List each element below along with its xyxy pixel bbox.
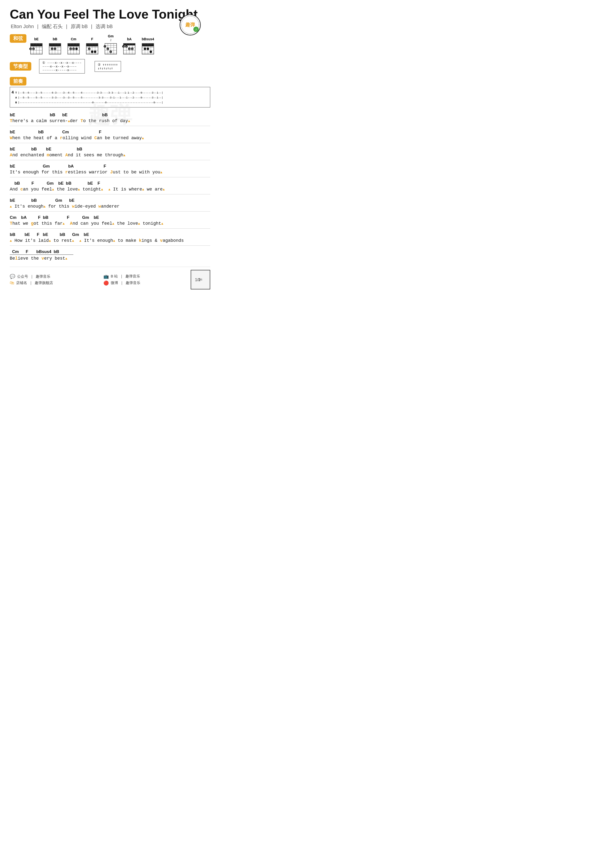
chord-line-5: bB F Gm bE bB bE F (10, 181, 210, 186)
svg-text:2: 2 (51, 48, 53, 50)
lyric-line-2: When the heat of a rolling wind Can be t… (10, 135, 210, 141)
chord-Cm: Cm 2 3 (67, 37, 81, 56)
bilibili-icon: 📺 (103, 274, 109, 279)
lyric-line-1: There's a calm surren-▲der To the rush o… (10, 118, 210, 124)
prelude-label: 前奏 (10, 77, 26, 85)
rhythm-label: 节奏型 (10, 62, 31, 71)
lyric-line-8: ▲ How it's laid▲ to rest▲ ▲ It's enough▲… (10, 237, 210, 244)
footer-taobao: 🛍 店铺名 ｜ 趣弹旗舰店 (10, 281, 53, 285)
lyric-line-4: It's enough for this restless warrior Ju… (10, 169, 210, 175)
svg-rect-96 (142, 45, 154, 46)
rhythm-pattern-2: ② ↑↑↑↑↑↑↑↑ ↓↑↓↑↓↑↓↑ (95, 61, 121, 72)
footer: 💬 公众号 ｜ 趣弹音乐 🛍 店铺名 ｜ 趣弹旗舰店 📺 B 站 ｜ 趣弹音乐 … (10, 267, 210, 290)
svg-rect-53 (86, 45, 98, 46)
chord-bE: bE 2 3 (30, 37, 44, 56)
selected-key: 选调 bB (96, 24, 113, 29)
chord-line-9: Cm F bBsus4 bB (10, 249, 210, 254)
qr-code: QR (191, 270, 210, 290)
svg-rect-13 (31, 45, 42, 46)
lyric-group-5: bB F Gm bE bB bE F And can you feel▲ the… (10, 181, 210, 194)
svg-text:3: 3 (30, 48, 31, 50)
tab-container: 4 T|--5--6----3--5------6-3----3--6--5--… (10, 87, 210, 107)
svg-text:1: 1 (123, 46, 124, 47)
author: Elton John (11, 24, 34, 29)
chord-bA: bA 1 2 3 4 (122, 37, 137, 56)
svg-text:1: 1 (104, 46, 106, 47)
svg-text:3: 3 (54, 48, 56, 50)
lyric-line-5: And can you feel▲ the love▲ tonight▲ ▲ I… (10, 186, 210, 193)
chord-line-3: bE bB bE bB (10, 147, 210, 152)
chord-bBsus4: bBsus4 (141, 37, 155, 56)
footer-bilibili: 📺 B 站 ｜ 趣弹音乐 (103, 274, 140, 279)
chord-line-6: bE bB Gm bE (10, 198, 210, 203)
svg-point-99 (149, 51, 152, 53)
rhythm-pattern-1: ① ----x--x--x--x---- ----x--x--x--x---- … (39, 59, 85, 73)
wechat-icon: 💬 (10, 274, 15, 279)
chords-label: 和弦 (10, 34, 26, 43)
svg-text:2: 2 (126, 46, 127, 47)
prelude-section: 前奏 (10, 77, 210, 85)
taobao-icon: 🛍 (10, 281, 14, 285)
svg-text:2: 2 (70, 48, 71, 50)
svg-text:3: 3 (110, 51, 111, 53)
lyric-group-3: bE bB bE bB And enchanted moment And it … (10, 147, 210, 160)
svg-rect-26 (49, 45, 61, 46)
chord-bB: bB 2 3 (48, 37, 62, 56)
chord-line-7: Cm bA F bB F Gm bE (10, 215, 210, 220)
lyric-line-6: ▲ It's enough▲ for this wide-eyed wander… (10, 203, 210, 210)
svg-text:3: 3 (129, 48, 130, 50)
footer-left: 💬 公众号 ｜ 趣弹音乐 🛍 店铺名 ｜ 趣弹旗舰店 (10, 274, 53, 285)
lyric-group-9: Cm F bBsus4 bB Believe the very best▲ (10, 249, 210, 262)
chord-line-2: bE bB Cm F (10, 129, 210, 135)
svg-text:趣弹: 趣弹 (185, 22, 195, 27)
footer-right: 📺 B 站 ｜ 趣弹音乐 🔴 微博 ｜ 趣弹音乐 (103, 274, 140, 286)
logo-area: 趣弹 ♪ (179, 14, 201, 36)
chord-line-1: bE bB bE bB (10, 112, 210, 118)
weibo-icon: 🔴 (103, 281, 109, 286)
rhythm-section: 节奏型 ① ----x--x--x--x---- ----x--x--x--x-… (10, 59, 210, 73)
svg-point-44 (75, 48, 78, 50)
svg-text:2: 2 (107, 48, 108, 50)
chord-line-4: bE Gm bA F (10, 164, 210, 169)
original-key: 原调 bB (71, 24, 88, 29)
page-number: 1/2 (195, 278, 200, 282)
svg-point-57 (94, 51, 96, 53)
lyric-line-3: And enchanted moment And it sees me thro… (10, 152, 210, 158)
lyric-group-2: bE bB Cm F When the heat of a rolling wi… (10, 129, 210, 143)
svg-text:2: 2 (89, 48, 90, 50)
chord-F: F 2 (85, 37, 99, 56)
svg-rect-39 (68, 45, 79, 46)
svg-text:2: 2 (33, 48, 34, 50)
chords-row: bE 2 3 (30, 34, 155, 56)
lyric-group-8: bB bE F bE bB Gm bE ▲ How it's laid▲ to … (10, 232, 210, 246)
lyric-group-1: bE bB bE bB There's a calm surren-▲der T… (10, 112, 210, 126)
chords-section: 和弦 bE (10, 34, 210, 56)
lyrics-section: bE bB bE bB There's a calm surren-▲der T… (10, 112, 210, 262)
arranger: 编配 石头 (42, 24, 63, 29)
lyric-line-9: Believe the very best▲ (10, 255, 210, 262)
lyric-group-7: Cm bA F bB F Gm bE That we got this far▲… (10, 215, 210, 229)
svg-point-97 (144, 48, 146, 50)
footer-wechat: 💬 公众号 ｜ 趣弹音乐 (10, 274, 53, 279)
svg-point-56 (91, 51, 93, 53)
svg-point-98 (147, 48, 149, 50)
lyric-group-6: bE bB Gm bE ▲ It's enough▲ for this wide… (10, 198, 210, 211)
lyric-line-7: That we got this far▲ And can you feel▲ … (10, 220, 210, 227)
chord-line-8: bB bE F bE bB Gm bE (10, 232, 210, 237)
svg-text:♪: ♪ (195, 27, 197, 31)
lyric-group-4: bE Gm bA F It's enough for this restless… (10, 164, 210, 177)
chord-Gm: Gm 2 1 2 3 (104, 34, 118, 56)
svg-text:4: 4 (132, 48, 133, 50)
svg-text:3: 3 (73, 48, 74, 50)
footer-weibo: 🔴 微博 ｜ 趣弹音乐 (103, 281, 140, 286)
